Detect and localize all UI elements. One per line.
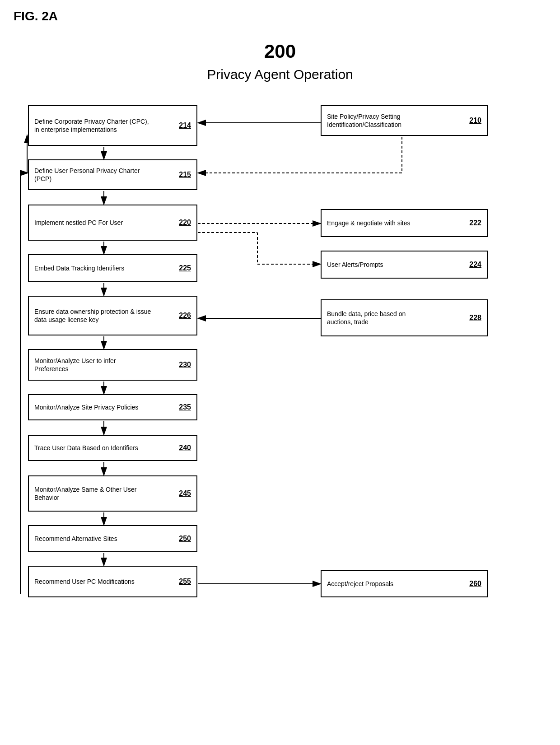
box-226: Ensure data ownership protection & issue… [28, 296, 197, 335]
box-228: Bundle data, price based onauctions, tra… [321, 299, 488, 336]
box-230: Monitor/Analyze User to inferPreferences… [28, 349, 197, 381]
diagram-number: 200 [0, 41, 560, 62]
box-250: Recommend Alternative Sites 250 [28, 525, 197, 552]
box-255: Recommend User PC Modifications 255 [28, 566, 197, 597]
box-210: Site Policy/Privacy SettingIdentificatio… [321, 105, 488, 136]
box-240: Trace User Data Based on Identifiers 240 [28, 435, 197, 461]
box-222: Engage & negotiate with sites 222 [321, 209, 488, 237]
box-215: Define User Personal Privacy Charter(PCP… [28, 159, 197, 190]
box-224: User Alerts/Prompts 224 [321, 251, 488, 279]
fig-label: FIG. 2A [14, 9, 58, 23]
box-245: Monitor/Analyze Same & Other UserBehavio… [28, 475, 197, 512]
box-235: Monitor/Analyze Site Privacy Policies 23… [28, 394, 197, 420]
box-214: Define Corporate Privacy Charter (CPC),i… [28, 105, 197, 146]
box-220: Implement nestled PC For User 220 [28, 205, 197, 241]
box-260: Accept/reject Proposals 260 [321, 570, 488, 597]
box-225: Embed Data Tracking Identifiers 225 [28, 254, 197, 282]
diagram-title: Privacy Agent Operation [0, 67, 560, 82]
